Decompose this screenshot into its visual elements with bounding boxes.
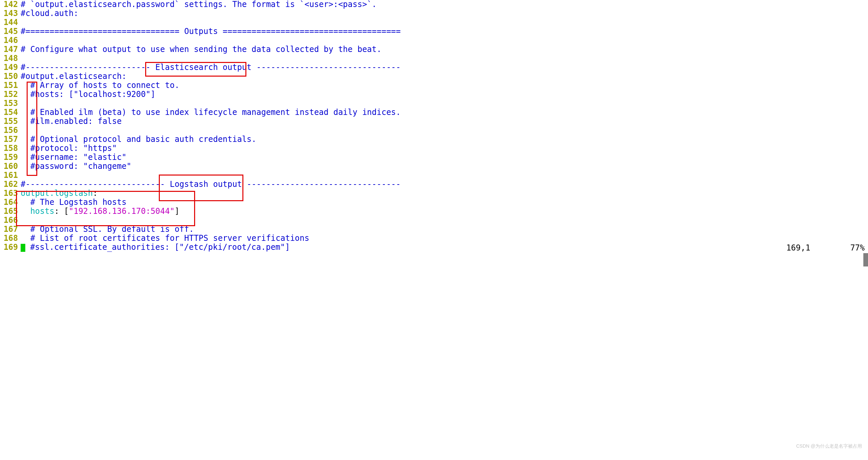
code-text: # Optional protocol and basic auth crede…	[21, 135, 867, 144]
code-line[interactable]: 160 #password: "changeme"	[1, 162, 867, 171]
line-number: 162	[1, 180, 21, 189]
line-number: 151	[1, 81, 21, 90]
code-text	[21, 216, 867, 225]
code-line[interactable]: 161	[1, 171, 867, 180]
code-text: # `output.elasticsearch.password` settin…	[21, 0, 867, 9]
code-text: # Enabled ilm (beta) to use index lifecy…	[21, 108, 867, 117]
line-number: 165	[1, 207, 21, 216]
line-number: 150	[1, 72, 21, 81]
code-text: #hosts: ["localhost:9200"]	[21, 90, 867, 99]
line-number: 169	[1, 243, 21, 252]
line-number: 148	[1, 54, 21, 63]
code-line[interactable]: 149#-------------------------- Elasticse…	[1, 63, 867, 72]
code-line[interactable]: 157 # Optional protocol and basic auth c…	[1, 135, 867, 144]
cursor	[21, 244, 25, 252]
code-text	[21, 36, 867, 45]
code-line[interactable]: 151 # Array of hosts to connect to.	[1, 81, 867, 90]
code-line[interactable]: 169 #ssl.certificate_authorities: ["/etc…	[1, 243, 867, 252]
line-number: 153	[1, 99, 21, 108]
line-number: 163	[1, 189, 21, 198]
code-text: # List of root certificates for HTTPS se…	[21, 234, 867, 243]
line-number: 147	[1, 45, 21, 54]
code-line[interactable]: 159 #username: "elastic"	[1, 153, 867, 162]
code-line[interactable]: 148	[1, 54, 867, 63]
code-line[interactable]: 153	[1, 99, 867, 108]
code-line[interactable]: 152 #hosts: ["localhost:9200"]	[1, 90, 867, 99]
code-text: #ilm.enabled: false	[21, 117, 867, 126]
code-line[interactable]: 164 # The Logstash hosts	[1, 198, 867, 207]
code-text: #username: "elastic"	[21, 153, 867, 162]
code-line[interactable]: 167 # Optional SSL. By default is off.	[1, 225, 867, 234]
code-text: #================================ Output…	[21, 27, 867, 36]
code-text: # Optional SSL. By default is off.	[21, 225, 867, 234]
line-number: 156	[1, 126, 21, 135]
line-number: 168	[1, 234, 21, 243]
line-number: 160	[1, 162, 21, 171]
code-text: hosts: ["192.168.136.170:5044"]	[21, 207, 867, 216]
code-line[interactable]: 142# `output.elasticsearch.password` set…	[1, 0, 867, 9]
line-number: 146	[1, 36, 21, 45]
code-text: # Array of hosts to connect to.	[21, 81, 867, 90]
code-text	[21, 54, 867, 63]
code-line[interactable]: 168 # List of root certificates for HTTP…	[1, 234, 867, 243]
line-number: 149	[1, 63, 21, 72]
code-text: #ssl.certificate_authorities: ["/etc/pki…	[21, 243, 867, 252]
cursor-position: 169,1	[786, 244, 810, 252]
code-line[interactable]: 165 hosts: ["192.168.136.170:5044"]	[1, 207, 867, 216]
line-number: 154	[1, 108, 21, 117]
code-text	[21, 18, 867, 27]
code-text: #cloud.auth:	[21, 9, 867, 18]
line-number: 158	[1, 144, 21, 153]
code-text	[21, 126, 867, 135]
line-number: 152	[1, 90, 21, 99]
code-text: #output.elasticsearch:	[21, 72, 867, 81]
line-number: 164	[1, 198, 21, 207]
code-text: #password: "changeme"	[21, 162, 867, 171]
line-number: 159	[1, 153, 21, 162]
code-line[interactable]: 154 # Enabled ilm (beta) to use index li…	[1, 108, 867, 117]
code-line[interactable]: 155 #ilm.enabled: false	[1, 117, 867, 126]
code-text: # The Logstash hosts	[21, 198, 867, 207]
line-number: 145	[1, 27, 21, 36]
code-text	[21, 99, 867, 108]
code-line[interactable]: 147# Configure what output to use when s…	[1, 45, 867, 54]
code-line[interactable]: 158 #protocol: "https"	[1, 144, 867, 153]
code-text: #-------------------------- Elasticsearc…	[21, 63, 867, 72]
code-text: # Configure what output to use when send…	[21, 45, 867, 54]
line-number: 142	[1, 0, 21, 9]
code-text	[21, 171, 867, 180]
line-number: 143	[1, 9, 21, 18]
code-line[interactable]: 143#cloud.auth:	[1, 9, 867, 18]
line-number: 155	[1, 117, 21, 126]
line-number: 167	[1, 225, 21, 234]
code-line[interactable]: 150#output.elasticsearch:	[1, 72, 867, 81]
code-line[interactable]: 162#----------------------------- Logsta…	[1, 180, 867, 189]
code-text: #protocol: "https"	[21, 144, 867, 153]
line-number: 157	[1, 135, 21, 144]
code-text: #----------------------------- Logstash …	[21, 180, 867, 189]
code-line[interactable]: 144	[1, 18, 867, 27]
code-line[interactable]: 156	[1, 126, 867, 135]
code-line[interactable]: 145#================================ Out…	[1, 27, 867, 36]
scroll-percent: 77%	[850, 244, 865, 252]
line-number: 166	[1, 216, 21, 225]
code-line[interactable]: 163output.logstash:	[1, 189, 867, 198]
code-line[interactable]: 146	[1, 36, 867, 45]
code-line[interactable]: 166	[1, 216, 867, 225]
editor-viewport[interactable]: 142# `output.elasticsearch.password` set…	[0, 0, 868, 253]
line-number: 144	[1, 18, 21, 27]
status-bar: 169,177%	[786, 244, 865, 252]
code-text: output.logstash:	[21, 189, 867, 198]
line-number: 161	[1, 171, 21, 180]
